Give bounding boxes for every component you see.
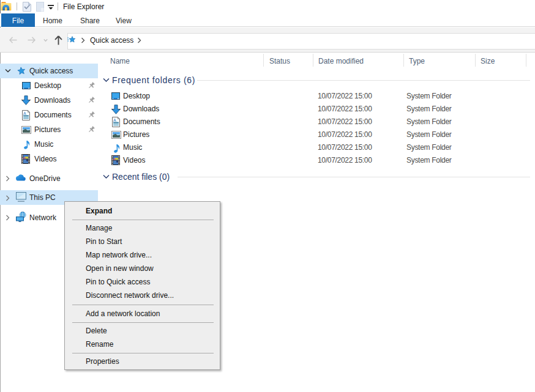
svg-text:A: A: [113, 118, 116, 122]
svg-text:A: A: [23, 111, 26, 116]
